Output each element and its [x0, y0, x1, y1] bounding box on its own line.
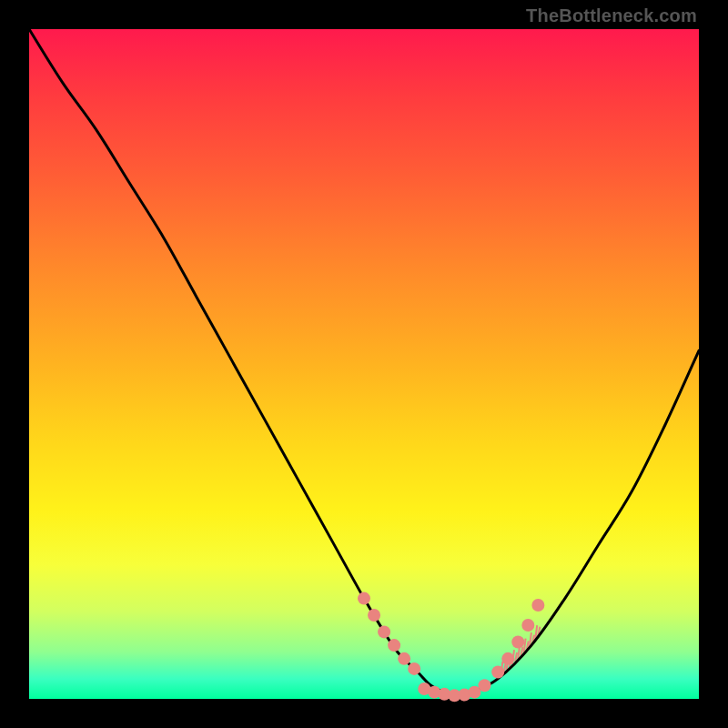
data-marker — [378, 625, 390, 638]
data-marker — [531, 599, 544, 612]
data-marker — [501, 652, 514, 665]
chart-frame: TheBottleneck.com — [0, 0, 728, 728]
data-marker — [511, 635, 524, 648]
markers-group — [358, 592, 544, 703]
data-marker — [521, 619, 534, 632]
data-marker — [408, 662, 420, 675]
data-marker — [358, 592, 370, 605]
hatching-group — [498, 625, 540, 679]
chart-svg — [29, 29, 699, 699]
data-marker — [368, 609, 380, 622]
data-marker — [491, 666, 504, 679]
data-marker — [398, 652, 410, 665]
data-marker — [478, 679, 490, 692]
data-marker — [388, 639, 400, 652]
watermark-label: TheBottleneck.com — [526, 5, 697, 26]
